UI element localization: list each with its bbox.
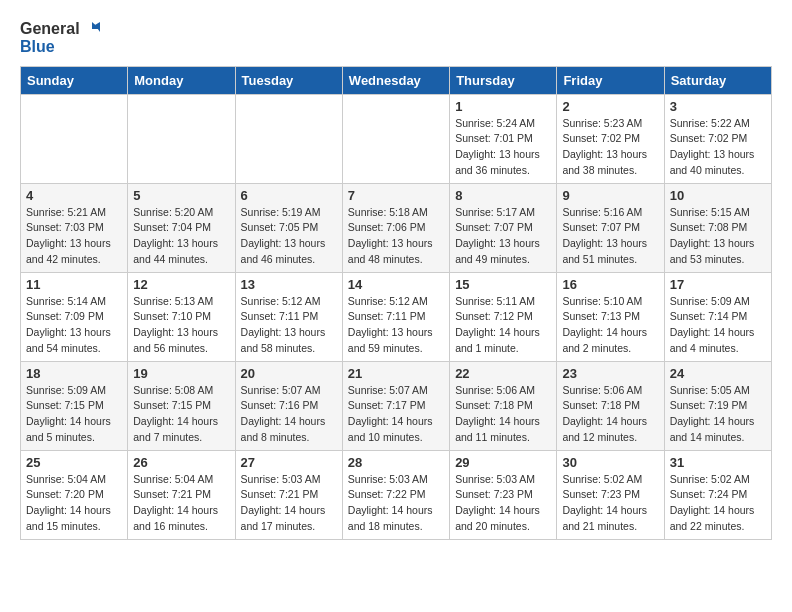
calendar-cell: 5Sunrise: 5:20 AMSunset: 7:04 PMDaylight… [128,183,235,272]
day-info: Sunrise: 5:05 AMSunset: 7:19 PMDaylight:… [670,383,766,446]
calendar-week-1: 4Sunrise: 5:21 AMSunset: 7:03 PMDaylight… [21,183,772,272]
day-number: 26 [133,455,229,470]
day-number: 3 [670,99,766,114]
calendar-cell: 10Sunrise: 5:15 AMSunset: 7:08 PMDayligh… [664,183,771,272]
day-info: Sunrise: 5:07 AMSunset: 7:16 PMDaylight:… [241,383,337,446]
page-header: General Blue [20,20,772,56]
day-number: 6 [241,188,337,203]
day-info: Sunrise: 5:03 AMSunset: 7:21 PMDaylight:… [241,472,337,535]
calendar-week-2: 11Sunrise: 5:14 AMSunset: 7:09 PMDayligh… [21,272,772,361]
day-number: 29 [455,455,551,470]
calendar-cell [235,94,342,183]
day-number: 23 [562,366,658,381]
day-number: 30 [562,455,658,470]
calendar-cell: 29Sunrise: 5:03 AMSunset: 7:23 PMDayligh… [450,450,557,539]
day-number: 15 [455,277,551,292]
day-number: 14 [348,277,444,292]
calendar-cell: 27Sunrise: 5:03 AMSunset: 7:21 PMDayligh… [235,450,342,539]
day-number: 13 [241,277,337,292]
day-info: Sunrise: 5:20 AMSunset: 7:04 PMDaylight:… [133,205,229,268]
calendar-body: 1Sunrise: 5:24 AMSunset: 7:01 PMDaylight… [21,94,772,539]
logo-arrow-icon [82,20,100,38]
calendar-cell: 7Sunrise: 5:18 AMSunset: 7:06 PMDaylight… [342,183,449,272]
calendar-cell: 15Sunrise: 5:11 AMSunset: 7:12 PMDayligh… [450,272,557,361]
weekday-thursday: Thursday [450,66,557,94]
day-number: 1 [455,99,551,114]
day-info: Sunrise: 5:23 AMSunset: 7:02 PMDaylight:… [562,116,658,179]
calendar-cell: 28Sunrise: 5:03 AMSunset: 7:22 PMDayligh… [342,450,449,539]
calendar-table: SundayMondayTuesdayWednesdayThursdayFrid… [20,66,772,540]
day-number: 25 [26,455,122,470]
calendar-cell: 3Sunrise: 5:22 AMSunset: 7:02 PMDaylight… [664,94,771,183]
calendar-cell: 4Sunrise: 5:21 AMSunset: 7:03 PMDaylight… [21,183,128,272]
logo: General Blue [20,20,100,56]
weekday-wednesday: Wednesday [342,66,449,94]
weekday-saturday: Saturday [664,66,771,94]
day-number: 8 [455,188,551,203]
logo-container: General Blue [20,20,100,56]
day-info: Sunrise: 5:15 AMSunset: 7:08 PMDaylight:… [670,205,766,268]
day-number: 7 [348,188,444,203]
day-info: Sunrise: 5:09 AMSunset: 7:14 PMDaylight:… [670,294,766,357]
logo-blue-text: Blue [20,38,100,56]
calendar-week-4: 25Sunrise: 5:04 AMSunset: 7:20 PMDayligh… [21,450,772,539]
calendar-cell: 22Sunrise: 5:06 AMSunset: 7:18 PMDayligh… [450,361,557,450]
day-info: Sunrise: 5:24 AMSunset: 7:01 PMDaylight:… [455,116,551,179]
day-info: Sunrise: 5:08 AMSunset: 7:15 PMDaylight:… [133,383,229,446]
day-number: 16 [562,277,658,292]
day-number: 21 [348,366,444,381]
calendar-cell: 9Sunrise: 5:16 AMSunset: 7:07 PMDaylight… [557,183,664,272]
calendar-cell: 11Sunrise: 5:14 AMSunset: 7:09 PMDayligh… [21,272,128,361]
calendar-cell: 12Sunrise: 5:13 AMSunset: 7:10 PMDayligh… [128,272,235,361]
day-number: 12 [133,277,229,292]
day-info: Sunrise: 5:02 AMSunset: 7:24 PMDaylight:… [670,472,766,535]
calendar-cell: 26Sunrise: 5:04 AMSunset: 7:21 PMDayligh… [128,450,235,539]
weekday-sunday: Sunday [21,66,128,94]
calendar-cell: 30Sunrise: 5:02 AMSunset: 7:23 PMDayligh… [557,450,664,539]
weekday-monday: Monday [128,66,235,94]
day-info: Sunrise: 5:17 AMSunset: 7:07 PMDaylight:… [455,205,551,268]
day-number: 9 [562,188,658,203]
calendar-cell [128,94,235,183]
calendar-cell: 23Sunrise: 5:06 AMSunset: 7:18 PMDayligh… [557,361,664,450]
calendar-cell: 1Sunrise: 5:24 AMSunset: 7:01 PMDaylight… [450,94,557,183]
calendar-week-3: 18Sunrise: 5:09 AMSunset: 7:15 PMDayligh… [21,361,772,450]
day-info: Sunrise: 5:13 AMSunset: 7:10 PMDaylight:… [133,294,229,357]
calendar-cell: 21Sunrise: 5:07 AMSunset: 7:17 PMDayligh… [342,361,449,450]
day-info: Sunrise: 5:07 AMSunset: 7:17 PMDaylight:… [348,383,444,446]
calendar-cell: 16Sunrise: 5:10 AMSunset: 7:13 PMDayligh… [557,272,664,361]
day-info: Sunrise: 5:10 AMSunset: 7:13 PMDaylight:… [562,294,658,357]
day-info: Sunrise: 5:09 AMSunset: 7:15 PMDaylight:… [26,383,122,446]
weekday-friday: Friday [557,66,664,94]
day-number: 28 [348,455,444,470]
weekday-tuesday: Tuesday [235,66,342,94]
day-number: 19 [133,366,229,381]
day-info: Sunrise: 5:03 AMSunset: 7:22 PMDaylight:… [348,472,444,535]
calendar-cell: 17Sunrise: 5:09 AMSunset: 7:14 PMDayligh… [664,272,771,361]
calendar-cell: 14Sunrise: 5:12 AMSunset: 7:11 PMDayligh… [342,272,449,361]
day-info: Sunrise: 5:04 AMSunset: 7:21 PMDaylight:… [133,472,229,535]
calendar-cell: 24Sunrise: 5:05 AMSunset: 7:19 PMDayligh… [664,361,771,450]
day-info: Sunrise: 5:18 AMSunset: 7:06 PMDaylight:… [348,205,444,268]
day-number: 20 [241,366,337,381]
day-info: Sunrise: 5:16 AMSunset: 7:07 PMDaylight:… [562,205,658,268]
day-number: 17 [670,277,766,292]
day-info: Sunrise: 5:19 AMSunset: 7:05 PMDaylight:… [241,205,337,268]
calendar-cell: 6Sunrise: 5:19 AMSunset: 7:05 PMDaylight… [235,183,342,272]
day-info: Sunrise: 5:14 AMSunset: 7:09 PMDaylight:… [26,294,122,357]
day-info: Sunrise: 5:06 AMSunset: 7:18 PMDaylight:… [455,383,551,446]
calendar-cell: 8Sunrise: 5:17 AMSunset: 7:07 PMDaylight… [450,183,557,272]
day-number: 24 [670,366,766,381]
calendar-cell: 31Sunrise: 5:02 AMSunset: 7:24 PMDayligh… [664,450,771,539]
calendar-cell: 13Sunrise: 5:12 AMSunset: 7:11 PMDayligh… [235,272,342,361]
day-info: Sunrise: 5:02 AMSunset: 7:23 PMDaylight:… [562,472,658,535]
day-number: 11 [26,277,122,292]
day-info: Sunrise: 5:06 AMSunset: 7:18 PMDaylight:… [562,383,658,446]
day-number: 10 [670,188,766,203]
day-number: 31 [670,455,766,470]
calendar-cell: 2Sunrise: 5:23 AMSunset: 7:02 PMDaylight… [557,94,664,183]
day-info: Sunrise: 5:21 AMSunset: 7:03 PMDaylight:… [26,205,122,268]
day-number: 5 [133,188,229,203]
day-info: Sunrise: 5:03 AMSunset: 7:23 PMDaylight:… [455,472,551,535]
calendar-cell: 19Sunrise: 5:08 AMSunset: 7:15 PMDayligh… [128,361,235,450]
